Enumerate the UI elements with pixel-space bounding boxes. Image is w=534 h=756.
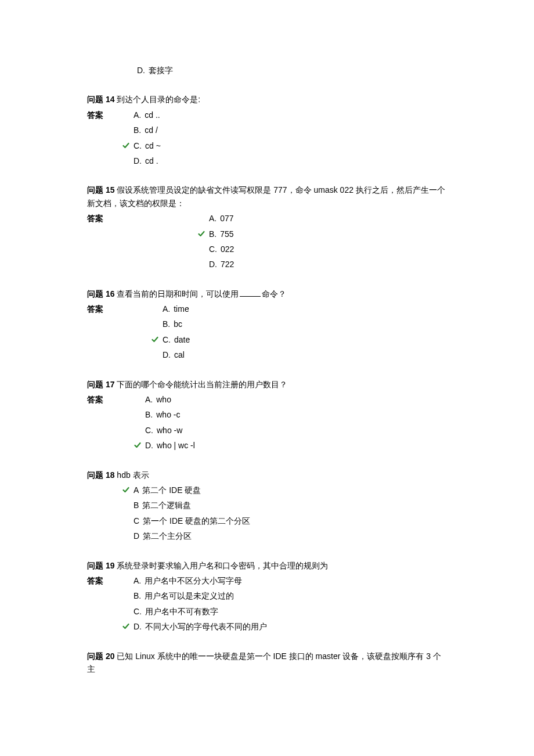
fill-blank [240,296,261,297]
answer-option: C.who -w [134,424,195,437]
option-letter: B [134,499,139,512]
option-text: time [174,303,189,315]
checkmark-icon [122,487,130,494]
answer-option: C.cd ~ [122,139,161,152]
option-letter: B. [134,124,141,136]
question-number: 问题 15 [87,185,117,195]
options-list: A. whoB.who -cC.who -wD.who | wc -l [134,393,195,452]
answer-row: 答案A.timeB.bcC.dateD.cal [87,303,447,362]
checkmark-icon [122,142,130,149]
option-letter: D [134,530,139,542]
answer-option: D.不同大小写的字母代表不同的用户 [122,620,267,633]
answer-row: 答案A.cd ..B.cd /C.cd ~D.cd . [87,109,447,168]
option-letter: B. [134,589,141,602]
answer-option: B第二个逻辑盘 [122,499,250,512]
question-header: 问题 20 已知 Linux 系统中的唯一一块硬盘是第一个 IDE 接口的 ma… [87,650,447,676]
option-text: 755 [220,228,233,240]
option-letter: A. [134,574,141,587]
answer-option: A.077 [197,212,234,225]
checkmark-icon [122,623,130,630]
answer-option: D.cal [151,348,190,361]
option-letter: D. [163,348,171,361]
answer-option: B.who -c [134,408,195,421]
option-text: cd ~ [145,139,161,152]
question-text: 假设系统管理员设定的缺省文件读写权限是 777，命令 umask 022 执行之… [87,185,445,207]
option-letter: A. [209,212,217,225]
option-text: 用户名中不区分大小写字母 [145,574,242,587]
option-letter: D. [145,439,153,452]
option-letter: A. [163,303,170,315]
question-block: 问题 19 系统登录时要求输入用户名和口令密码，其中合理的规则为答案A.用户名中… [87,559,447,633]
option-letter: C [134,514,139,527]
question-number: 问题 16 [87,289,117,298]
answer-label: 答案 [87,109,122,121]
question-block: 问题 17 下面的哪个命令能统计出当前注册的用户数目？答案A. whoB.who… [87,378,447,452]
option-text: 722 [221,258,234,271]
answer-option: B.cd / [122,124,161,136]
option-text: cd . [145,154,158,167]
question-header: 问题 19 系统登录时要求输入用户名和口令密码，其中合理的规则为 [87,559,447,572]
option-text: date [174,333,190,346]
answer-option: D第二个主分区 [122,530,250,542]
question-block: 问题 15 假设系统管理员设定的缺省文件读写权限是 777，命令 umask 0… [87,183,447,271]
question-number: 问题 14 [87,95,117,104]
answer-option: A.用户名中不区分大小写字母 [122,574,267,587]
answer-label: 答案 [87,574,122,587]
option-text: 第二个逻辑盘 [142,499,191,512]
option-text: 第一个 IDE 硬盘的第二个分区 [143,514,250,527]
options-list: A第二个 IDE 硬盘B第二个逻辑盘C第一个 IDE 硬盘的第二个分区D第二个主… [122,484,250,543]
answer-option: B.755 [197,228,234,240]
option-text: 077 [220,212,233,225]
option-text: who [156,393,171,406]
option-text: 022 [221,243,234,255]
answer-label: 答案 [87,393,122,406]
checkmark-icon [197,231,205,237]
question-header: 问题 18 hdb 表示 [87,469,447,481]
question-number: 问题 20 [87,651,117,661]
question-number: 问题 19 [87,561,117,570]
option-letter: B. [163,318,170,330]
answer-option: A.time [151,303,190,315]
option-text: 用户名中不可有数字 [145,605,218,618]
question-number: 问题 18 [87,470,117,480]
answer-option: B.用户名可以是未定义过的 [122,589,267,602]
answer-option: D.722 [197,258,234,271]
option-letter: A. [145,393,153,406]
option-text: cd .. [145,109,160,121]
answer-option: C.date [151,333,190,346]
option-text: 用户名可以是未定义过的 [145,589,234,602]
orphan-option-block: D.套接字 [125,64,447,77]
option-letter: C. [145,424,153,437]
answer-option: C第一个 IDE 硬盘的第二个分区 [122,514,250,527]
question-block: 问题 18 hdb 表示.A第二个 IDE 硬盘B第二个逻辑盘C第一个 IDE … [87,469,447,543]
answer-row: 答案A. whoB.who -cC.who -wD.who | wc -l [87,393,447,452]
option-text: cal [174,348,185,361]
option-letter: B. [209,228,217,240]
option-letter: A [134,484,139,496]
option-letter: C. [134,605,142,618]
option-letter: B. [145,408,153,421]
option-text: 套接字 [149,64,173,77]
option-text: 第二个主分区 [143,530,192,542]
answer-option: A. who [134,393,195,406]
answer-option: A.cd .. [122,109,161,121]
question-text: 到达个人目录的命令是: [117,95,200,104]
option-text: 第二个 IDE 硬盘 [142,484,201,496]
option-text: who | wc -l [157,439,195,452]
option-text: 不同大小写的字母代表不同的用户 [145,620,267,633]
answer-option: C. 022 [197,243,234,255]
option-letter: C. [209,243,217,255]
answer-option: B.bc [151,318,190,330]
question-text: 查看当前的日期和时间，可以使用 [117,289,239,298]
answer-label: 答案 [87,303,122,315]
answer-option: D.who | wc -l [134,439,195,452]
option-letter: D. [137,64,145,77]
question-block: 问题 14 到达个人目录的命令是:答案A.cd ..B.cd /C.cd ~D.… [87,93,447,167]
option-text: bc [174,318,182,330]
question-text: 已知 Linux 系统中的唯一一块硬盘是第一个 IDE 接口的 master 设… [87,651,441,674]
question-text-after: 命令？ [262,289,286,298]
option-letter: A. [134,109,141,121]
question-header: 问题 17 下面的哪个命令能统计出当前注册的用户数目？ [87,378,447,391]
option-letter: C. [134,139,142,152]
question-text: hdb 表示 [117,470,149,480]
